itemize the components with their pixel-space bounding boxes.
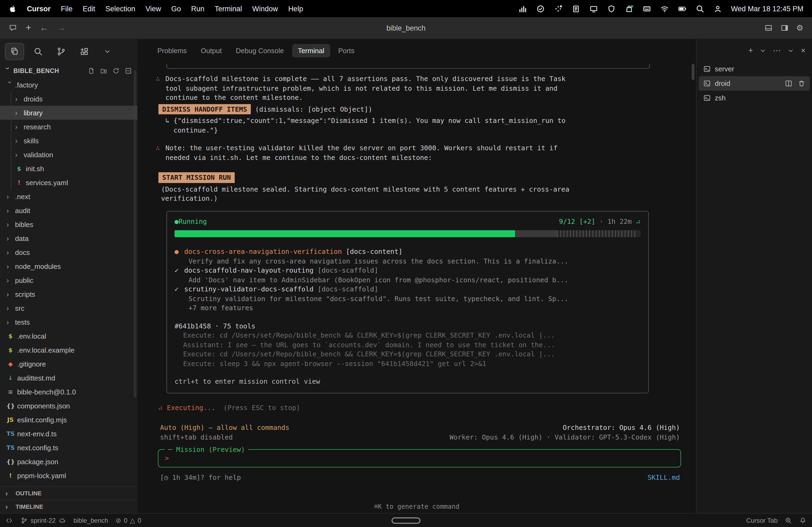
skill-md-link[interactable]: SKILL.md bbox=[648, 473, 680, 482]
screen-mirror-icon[interactable] bbox=[589, 4, 598, 13]
tree-item-next-env-d-ts[interactable]: TSnext-env.d.ts bbox=[0, 427, 137, 441]
tree-item-public[interactable]: ›public bbox=[0, 273, 137, 287]
back-icon[interactable]: ← bbox=[40, 23, 48, 33]
menu-item-file[interactable]: File bbox=[61, 4, 73, 13]
menu-item-run[interactable]: Run bbox=[191, 4, 205, 13]
tree-item-library[interactable]: ›library bbox=[0, 106, 137, 120]
collapse-all-icon[interactable] bbox=[125, 67, 132, 75]
file-type-icon: ≡ bbox=[6, 388, 14, 395]
tree-item-bibles[interactable]: ›bibles bbox=[0, 217, 137, 231]
forward-icon[interactable]: → bbox=[57, 23, 66, 33]
check-circle-icon[interactable] bbox=[536, 4, 545, 13]
tree-item-init-sh[interactable]: $init.sh bbox=[0, 162, 137, 176]
workspace-indicator[interactable]: bible_bench bbox=[73, 517, 108, 524]
chevron-down-icon[interactable] bbox=[787, 47, 794, 54]
tree-item-tests[interactable]: ›tests bbox=[0, 315, 137, 329]
menu-item-cursor[interactable]: Cursor bbox=[27, 4, 51, 13]
tree-item-next-config-ts[interactable]: TSnext.config.ts bbox=[0, 441, 137, 454]
feature-tag: [docs-scaffold] bbox=[314, 266, 378, 274]
tree-item-package-json[interactable]: {}package.json bbox=[0, 454, 137, 468]
git-branch-indicator[interactable]: sprint-22 bbox=[20, 517, 66, 524]
new-tab-icon[interactable]: + bbox=[26, 22, 31, 33]
tab-problems[interactable]: Problems bbox=[151, 44, 193, 57]
tree-item--factory[interactable]: ›.factory bbox=[0, 78, 137, 92]
tree-item-droids[interactable]: ›droids bbox=[0, 92, 137, 106]
shield-icon[interactable] bbox=[607, 4, 616, 13]
tree-item-skills[interactable]: ›skills bbox=[0, 134, 137, 148]
apple-menu-icon[interactable] bbox=[9, 4, 17, 13]
terminal-tab-zsh[interactable]: zsh bbox=[699, 91, 810, 105]
activity-source-control-icon[interactable] bbox=[52, 44, 70, 60]
plus-icon[interactable]: + bbox=[748, 46, 753, 55]
tree-item--next[interactable]: ›.next bbox=[0, 190, 137, 204]
mission-input-box[interactable]: ─ Mission (Preview) > bbox=[158, 449, 681, 467]
activity-search-icon[interactable] bbox=[29, 44, 47, 60]
toggle-panel-icon[interactable] bbox=[764, 24, 772, 32]
activity-chevron-down-icon[interactable] bbox=[98, 44, 117, 60]
new-file-icon[interactable] bbox=[88, 67, 95, 75]
activity-extensions-icon[interactable] bbox=[75, 44, 93, 60]
screen-reader-icon[interactable] bbox=[785, 517, 792, 524]
more-icon[interactable]: ⋯ bbox=[773, 46, 781, 55]
window-grid-icon[interactable] bbox=[642, 4, 651, 13]
tree-item--env-local-example[interactable]: $.env.local.example bbox=[0, 343, 137, 357]
user-icon[interactable] bbox=[713, 4, 722, 13]
tree-item-services-yaml[interactable]: !services.yaml bbox=[0, 176, 137, 190]
tree-item-audittest-md[interactable]: ↓audittest.md bbox=[0, 371, 137, 385]
bag-icon[interactable] bbox=[625, 4, 634, 13]
tab-output[interactable]: Output bbox=[195, 44, 228, 57]
tab-ports[interactable]: Ports bbox=[332, 44, 360, 57]
tree-item--gitignore[interactable]: ◆.gitignore bbox=[0, 357, 137, 371]
terminal-tab-server[interactable]: server bbox=[699, 62, 810, 76]
menu-item-selection[interactable]: Selection bbox=[105, 4, 135, 13]
menu-item-view[interactable]: View bbox=[146, 4, 161, 13]
menu-item-help[interactable]: Help bbox=[288, 4, 303, 13]
activity-files-icon[interactable] bbox=[5, 43, 24, 60]
problems-indicator[interactable]: ⊘0 △0 bbox=[116, 517, 141, 524]
trash-icon[interactable] bbox=[798, 79, 806, 88]
tree-item-pnpm-lock-yaml[interactable]: !pnpm-lock.yaml bbox=[0, 468, 137, 482]
timeline-section[interactable]: › TIMELINE bbox=[0, 500, 137, 513]
menu-item-window[interactable]: Window bbox=[252, 4, 278, 13]
clipboard-icon[interactable] bbox=[571, 4, 581, 13]
refresh-icon[interactable] bbox=[112, 67, 120, 75]
remote-indicator-icon[interactable] bbox=[5, 517, 13, 524]
terminal-scrollbar[interactable] bbox=[692, 64, 694, 80]
tree-item-eslint-config-mjs[interactable]: JSeslint.config.mjs bbox=[0, 413, 137, 427]
battery-icon[interactable] bbox=[678, 4, 687, 13]
tree-item-scripts[interactable]: ›scripts bbox=[0, 287, 137, 301]
tree-item-research[interactable]: ›research bbox=[0, 120, 137, 134]
menu-item-edit[interactable]: Edit bbox=[83, 4, 95, 13]
tree-item-components-json[interactable]: {}components.json bbox=[0, 399, 137, 413]
tab-debug-console[interactable]: Debug Console bbox=[230, 44, 290, 57]
chat-icon[interactable] bbox=[9, 24, 17, 32]
new-folder-icon[interactable] bbox=[100, 67, 107, 75]
cursor-tab-indicator[interactable]: Cursor Tab bbox=[746, 517, 778, 524]
outline-section[interactable]: › OUTLINE bbox=[0, 486, 137, 500]
tree-item-src[interactable]: ›src bbox=[0, 301, 137, 315]
sidebar-scrollbar[interactable] bbox=[134, 70, 136, 398]
menu-item-go[interactable]: Go bbox=[171, 4, 181, 13]
close-icon[interactable]: × bbox=[801, 46, 806, 55]
tree-item--env-local[interactable]: $.env.local bbox=[0, 329, 137, 343]
chevron-down-icon[interactable] bbox=[759, 47, 766, 54]
settings-gear-icon[interactable]: ⚙ bbox=[796, 23, 803, 33]
tree-item-node-modules[interactable]: ›node_modules bbox=[0, 259, 137, 273]
toggle-secondary-sidebar-icon[interactable] bbox=[780, 24, 789, 32]
menu-bar-clock[interactable]: Wed Mar 18 12:45 PM bbox=[731, 4, 803, 13]
explorer-project-header[interactable]: › BIBLE_BENCH bbox=[0, 64, 137, 78]
stats-icon[interactable] bbox=[518, 4, 527, 13]
menu-item-terminal[interactable]: Terminal bbox=[215, 4, 242, 13]
tab-terminal[interactable]: Terminal bbox=[292, 44, 330, 57]
tree-item-docs[interactable]: ›docs bbox=[0, 245, 137, 259]
tree-item-bible-bench-0-1-0[interactable]: ≡bible-bench@0.1.0 bbox=[0, 385, 137, 399]
wifi-icon[interactable] bbox=[660, 4, 669, 13]
spotlight-icon[interactable] bbox=[695, 4, 705, 13]
terminal-tab-droid[interactable]: droid bbox=[699, 76, 810, 91]
app-cluster-icon[interactable] bbox=[554, 4, 563, 13]
tree-item-validation[interactable]: ›validation bbox=[0, 148, 137, 162]
tree-item-data[interactable]: ›data bbox=[0, 231, 137, 245]
tree-item-audit[interactable]: ›audit bbox=[0, 204, 137, 217]
split-icon[interactable] bbox=[785, 79, 793, 88]
notifications-bell-icon[interactable] bbox=[799, 517, 807, 524]
